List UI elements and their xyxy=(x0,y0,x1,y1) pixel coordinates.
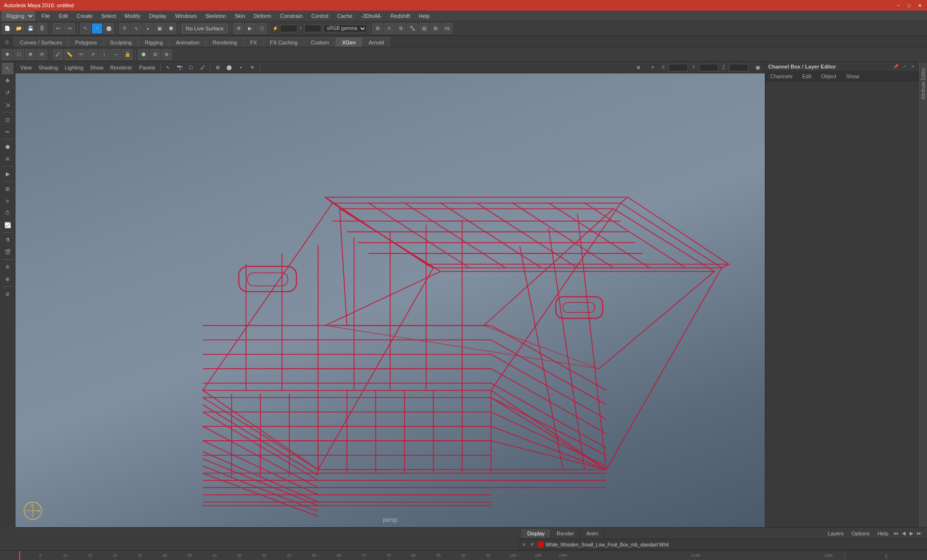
layers-sub-item[interactable]: Layers xyxy=(824,531,847,536)
mode-dropdown[interactable]: Rigging xyxy=(2,11,35,21)
xgen-guide-1[interactable]: ⇗ xyxy=(87,49,98,60)
scale-tool-button[interactable]: ⇲ xyxy=(2,99,14,111)
channel-box-pin-button[interactable]: 📌 xyxy=(892,63,899,70)
undo-button[interactable]: ↩ xyxy=(53,23,63,34)
xgen-tool-3[interactable]: ❋ xyxy=(25,49,36,60)
channel-box-float-button[interactable]: ↗ xyxy=(901,63,908,70)
menu-display[interactable]: Display xyxy=(145,12,170,20)
vp-y-input[interactable] xyxy=(699,64,718,71)
snap-live-button[interactable]: ⬟ xyxy=(166,23,176,34)
tab-curves-surfaces[interactable]: Curves / Surfaces xyxy=(14,37,68,47)
xgen-tool-2[interactable]: ⬡ xyxy=(14,49,24,60)
soft-select-button[interactable]: ≋ xyxy=(2,153,14,165)
menu-deform[interactable]: Deform xyxy=(250,12,275,20)
help-sub-item[interactable]: Help xyxy=(873,531,892,536)
hypershade-button[interactable]: ⚗ xyxy=(2,234,14,246)
outliner-button[interactable]: ≡ xyxy=(384,23,394,34)
move-tool-button[interactable]: ✥ xyxy=(2,75,14,86)
tab-animation[interactable]: Animation xyxy=(169,37,206,47)
time-editor-button[interactable]: ⏱ xyxy=(2,207,14,219)
paint-select-button[interactable]: ⬤ xyxy=(103,23,114,34)
ipr-render-button[interactable]: ⬡ xyxy=(256,23,267,34)
menu-cache[interactable]: Cache xyxy=(333,12,356,20)
menu-edit[interactable]: Edit xyxy=(55,12,72,20)
channel-box-tab-show[interactable]: Show xyxy=(841,72,864,81)
channel-box-button[interactable]: ▤ xyxy=(419,23,429,34)
tab-polygons[interactable]: Polygons xyxy=(69,37,103,47)
layer-nav-3[interactable]: ▶ xyxy=(908,530,915,537)
vp-render-view-button[interactable]: ⬡ xyxy=(186,62,197,73)
vp-textured-button[interactable]: ▪ xyxy=(236,62,246,73)
menu-redshift[interactable]: Redshift xyxy=(387,12,414,20)
namespace-button[interactable]: ns xyxy=(442,23,452,34)
channel-box-tab-edit[interactable]: Edit xyxy=(797,72,816,81)
menu-skeleton[interactable]: Skeleton xyxy=(201,12,230,20)
lasso-select-button[interactable]: ⌗ xyxy=(92,23,102,34)
tab-fx-caching[interactable]: FX Caching xyxy=(264,37,304,47)
select-tool-button[interactable]: ↖ xyxy=(80,23,91,34)
xgen-brush-3[interactable]: ✂ xyxy=(76,49,86,60)
lasso-tool-button[interactable]: ⊡ xyxy=(2,114,14,126)
xgen-sidebar-button-2[interactable]: ⊕ xyxy=(2,273,14,285)
vp-wireframe-button[interactable]: ⊞ xyxy=(212,62,223,73)
layer-editor-button[interactable]: ⊞ xyxy=(430,23,441,34)
vp-menu-panels[interactable]: Panels xyxy=(136,64,158,71)
extra-sidebar-button[interactable]: ⊘ xyxy=(2,288,14,300)
vp-menu-view[interactable]: View xyxy=(17,64,35,71)
vp-extra-2[interactable]: × xyxy=(647,62,658,73)
vp-menu-lighting[interactable]: Lighting xyxy=(62,64,86,71)
menu-windows[interactable]: Windows xyxy=(171,12,201,20)
menu-create[interactable]: Create xyxy=(73,12,97,20)
save-scene-button[interactable]: 💾 xyxy=(25,23,36,34)
grid-snap-sidebar-button[interactable]: ⊞ xyxy=(2,183,14,195)
gamma-selector[interactable]: sRGB gamma xyxy=(323,25,367,32)
vp-paint-button[interactable]: 🖊 xyxy=(197,62,208,73)
exposure-input[interactable]: 0.00 xyxy=(280,25,297,32)
attribute-editor-tab[interactable]: Attribute Editor xyxy=(919,62,927,527)
menu-3dto-all[interactable]: -3DtoAll- xyxy=(357,12,386,20)
menu-constrain[interactable]: Constrain xyxy=(276,12,307,20)
xgen-brush-2[interactable]: 📏 xyxy=(64,49,75,60)
xgen-settings-1[interactable]: ⬢ xyxy=(138,49,149,60)
menu-help[interactable]: Help xyxy=(415,12,434,20)
menu-file[interactable]: File xyxy=(38,12,54,20)
xgen-sidebar-button[interactable]: ❊ xyxy=(2,261,14,273)
tab-arnold[interactable]: Arnold xyxy=(363,37,391,47)
rotate-tool-button[interactable]: ↺ xyxy=(2,87,14,98)
vp-menu-show[interactable]: Show xyxy=(87,64,107,71)
tab-sculpting[interactable]: Sculpting xyxy=(104,37,138,47)
tab-rendering[interactable]: Rendering xyxy=(206,37,243,47)
tab-fx[interactable]: FX xyxy=(244,37,263,47)
tab-settings-icon[interactable]: ⚙ xyxy=(2,37,12,47)
tab-rigging[interactable]: Rigging xyxy=(139,37,169,47)
attribute-editor-label[interactable]: Attribute Editor xyxy=(920,64,927,103)
vp-select-button[interactable]: ↖ xyxy=(163,62,173,73)
menu-modify[interactable]: Modify xyxy=(121,12,144,20)
minimize-button[interactable]: − xyxy=(895,2,902,9)
menu-control[interactable]: Control xyxy=(308,12,332,20)
graph-editor-button[interactable]: 📈 xyxy=(2,219,14,231)
rendering-sidebar-button[interactable]: 🎬 xyxy=(2,246,14,258)
new-scene-button[interactable]: 📄 xyxy=(2,23,13,34)
xgen-brush-1[interactable]: 🖊 xyxy=(53,49,63,60)
redo-button[interactable]: ↪ xyxy=(64,23,75,34)
vp-camera-button[interactable]: 📷 xyxy=(174,62,185,73)
layer-panel-button[interactable]: ≡ xyxy=(2,195,14,207)
xgen-settings-3[interactable]: ⊕ xyxy=(161,49,172,60)
xgen-tool-1[interactable]: ✱ xyxy=(2,49,13,60)
xgen-lock[interactable]: 🔒 xyxy=(122,49,133,60)
channel-box-close-button[interactable]: ✕ xyxy=(910,63,916,70)
xgen-tool-4[interactable]: ⟳ xyxy=(37,49,47,60)
3d-viewport[interactable]: persp Y X xyxy=(15,73,765,527)
snap-point-button[interactable]: ⬥ xyxy=(142,23,153,34)
snap-curve-button[interactable]: ∿ xyxy=(131,23,141,34)
menu-skin[interactable]: Skin xyxy=(231,12,249,20)
vp-menu-renderer[interactable]: Renderer xyxy=(107,64,135,71)
tool-settings-button[interactable]: 🔧 xyxy=(407,23,418,34)
save-as-button[interactable]: 🗄 xyxy=(37,23,47,34)
channel-box-tab-object[interactable]: Object xyxy=(816,72,841,81)
options-sub-item[interactable]: Options xyxy=(847,531,873,536)
xgen-guide-2[interactable]: ↕ xyxy=(99,49,110,60)
vp-x-input[interactable] xyxy=(669,64,688,71)
select-mode-button[interactable]: ↖ xyxy=(2,63,14,74)
